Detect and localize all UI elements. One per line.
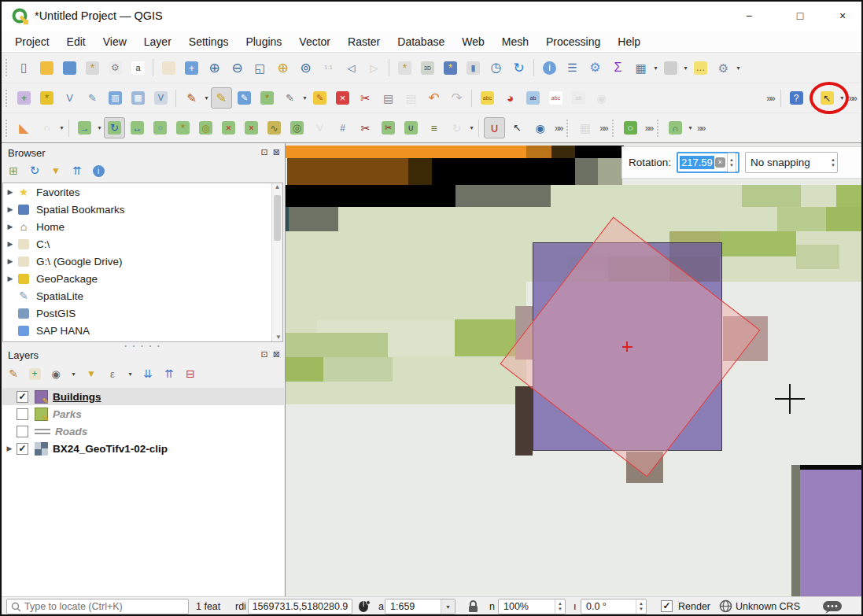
messages-icon[interactable] [821, 600, 843, 616]
spin-up-icon[interactable]: ▲ [729, 157, 734, 163]
move-feature-button[interactable]: → [74, 117, 95, 138]
help-contents-button[interactable]: ? [786, 87, 807, 109]
attribute-table-button[interactable]: ▦ [630, 57, 651, 79]
zoom-full-button[interactable]: ◱ [249, 57, 271, 79]
add-polygon-feature-button[interactable]: * [256, 87, 278, 109]
paste-features-button[interactable]: ▤ [400, 87, 422, 109]
vertex-tool-button[interactable]: ↖ [507, 117, 528, 138]
menu-database[interactable]: Database [389, 32, 453, 51]
toolbar-overflow-button[interactable]: »» [551, 123, 565, 134]
menu-project[interactable]: Project [6, 32, 58, 51]
menu-view[interactable]: View [94, 32, 135, 51]
layer-item-buildings[interactable]: ✓✎Buildings [2, 388, 284, 405]
browser-scrollbar[interactable]: ▲▼ [271, 183, 282, 341]
expand-arrow-icon[interactable]: ▶ [3, 240, 17, 248]
spin-down-icon[interactable]: ▼ [729, 163, 734, 168]
browser-item-spatialite[interactable]: ✎SpatiaLite [3, 287, 282, 304]
new-temporary-scratch-layer-button[interactable]: ▥ [105, 87, 126, 109]
expand-arrow-icon[interactable]: ▶ [3, 205, 17, 213]
spin-down-icon[interactable]: ▼ [558, 607, 562, 612]
collapse-all-button[interactable]: ⇈ [162, 367, 176, 381]
move-feature-button-dropdown[interactable]: ▾ [96, 124, 103, 131]
snapping-combo[interactable]: No snapping ▲▼ [745, 152, 838, 173]
simplify-feature-button[interactable]: ↔ [127, 117, 148, 138]
delete-selected-button[interactable]: × [332, 87, 353, 109]
fill-ring-button[interactable]: ◎ [195, 117, 216, 138]
open-project-button[interactable] [36, 57, 57, 79]
layer-labeling-button[interactable]: abc [477, 87, 498, 109]
browser-item-home[interactable]: ▶⌂Home [3, 218, 282, 235]
spin-up-icon[interactable]: ▲ [639, 601, 644, 607]
new-spatial-bookmark-button[interactable]: * [440, 57, 461, 79]
new-virtual-layer-button[interactable]: ▦ [127, 87, 149, 109]
layer-item-roads[interactable]: Roads [2, 422, 284, 440]
new-spatialite-layer-button[interactable]: ✎ [82, 87, 103, 109]
offset-curve-button[interactable]: ◎ [286, 117, 308, 138]
rotation-spinbox[interactable]: 217.59 × ▲▼ [677, 152, 739, 173]
advanced-digitizing-panel-button[interactable]: ◣ [13, 117, 35, 138]
measure-button-dropdown[interactable]: ▾ [682, 65, 689, 72]
vertex-editor-button[interactable]: V [309, 117, 330, 138]
extent-toggle-icon[interactable] [357, 599, 372, 616]
rotation-value[interactable]: 217.59 [680, 156, 714, 169]
data-source-manager-button[interactable]: + [13, 87, 35, 109]
show-spatial-bookmarks-button[interactable]: ▮ [463, 57, 484, 79]
processing-toolbox-button[interactable]: ⚙ [585, 57, 606, 79]
rotation-status-spinbox[interactable]: 0.0 ° ▲▼ [581, 599, 647, 614]
crs-globe-icon[interactable] [719, 599, 732, 615]
move-label-button[interactable]: ab [568, 87, 589, 109]
zoom-last-button[interactable]: ◁ [341, 57, 362, 79]
browser-item-sap-hana[interactable]: SAP HANA [3, 322, 282, 339]
menu-web[interactable]: Web [453, 32, 493, 51]
show-vertices-button[interactable]: ◉ [529, 117, 551, 138]
identify-features-button[interactable]: i [539, 57, 560, 79]
select-features-button-dropdown[interactable]: ▾ [839, 94, 846, 101]
select-features-button[interactable]: ↖ [817, 87, 838, 109]
new-project-button[interactable]: ▯ [13, 57, 35, 79]
field-calculator-button[interactable]: ☰ [562, 57, 583, 79]
spin-down-icon[interactable]: ▼ [639, 607, 644, 612]
pin-labels-button[interactable]: ab [522, 87, 544, 109]
toolbar-overflow-button[interactable]: »» [763, 93, 776, 104]
scrollbar-thumb[interactable] [274, 195, 281, 241]
filter-legend-button[interactable]: ▼ [84, 367, 98, 381]
magnifier-spinbox[interactable]: 100% ▲▼ [498, 599, 566, 614]
locator-input[interactable] [24, 601, 188, 612]
rotate-point-symbols-button-dropdown[interactable]: ▾ [468, 124, 475, 131]
current-edits-button-dropdown[interactable]: ▾ [203, 94, 210, 101]
browser-item-drive-g[interactable]: ▶G:\ (Google Drive) [3, 253, 282, 270]
statistical-summary-button[interactable]: Σ [607, 57, 629, 79]
zoom-next-button[interactable]: ▷ [363, 57, 385, 79]
redo-button[interactable]: ↷ [446, 87, 467, 109]
expand-arrow-icon[interactable]: ▶ [3, 223, 17, 231]
new-print-layout-button[interactable]: * [82, 57, 103, 79]
menu-help[interactable]: Help [609, 32, 649, 51]
merge-attributes-button[interactable]: ≡ [423, 117, 444, 138]
lock-scale-icon[interactable] [467, 599, 479, 615]
open-layer-styling-button[interactable]: ✎ [6, 367, 20, 381]
menu-processing[interactable]: Processing [537, 32, 609, 51]
manage-map-themes-button[interactable]: ◉ [49, 367, 63, 381]
chevron-down-icon[interactable]: ▼ [441, 599, 455, 614]
menu-vector[interactable]: Vector [290, 32, 339, 51]
zoom-to-selection-button[interactable]: ⊕ [272, 57, 293, 79]
spin-down-icon[interactable]: ▼ [831, 163, 835, 168]
save-layer-edits-button[interactable]: ✎ [234, 87, 255, 109]
highlight-pinned-labels-button[interactable]: abc [545, 87, 566, 109]
render-checkbox[interactable]: ✓ [661, 600, 673, 612]
menu-plugins[interactable]: Plugins [237, 32, 290, 51]
maximize-button[interactable]: □ [782, 2, 818, 30]
split-features-button[interactable]: ✂ [355, 117, 376, 138]
filter-browser-button[interactable]: ▼ [49, 164, 63, 178]
expand-all-button[interactable]: ⇊ [141, 367, 155, 381]
expand-arrow-icon[interactable]: ▶ [3, 188, 17, 196]
attribute-table-button-dropdown[interactable]: ▾ [652, 65, 659, 72]
digitize-shape-button[interactable]: ∩ [665, 117, 686, 138]
temporal-controller-button[interactable]: ◷ [485, 57, 507, 79]
menu-raster[interactable]: Raster [339, 32, 389, 51]
layer-item-raster[interactable]: ▶✓BX24_GeoTifv1-02-clip [2, 440, 284, 457]
browser-item-drive-c[interactable]: ▶C:\ [3, 235, 282, 253]
zoom-in-button[interactable]: ⊕ [204, 57, 225, 79]
rotate-feature-button[interactable]: ↻ [104, 117, 125, 138]
snapping-spinner[interactable]: ▲▼ [829, 153, 837, 172]
